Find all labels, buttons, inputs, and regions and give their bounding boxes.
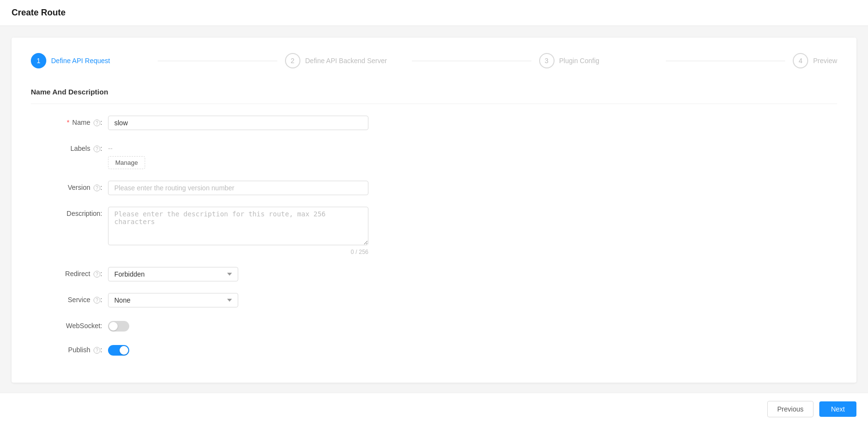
publish-toggle[interactable]: [108, 345, 129, 356]
step-line-1: [158, 61, 277, 61]
name-label: * Name ?:: [31, 116, 108, 126]
page-title: Create Route: [12, 8, 66, 17]
websocket-thumb: [109, 322, 118, 331]
version-field: [108, 181, 368, 195]
service-label: Service ?:: [31, 293, 108, 304]
step-1: 1 Define API Request: [31, 53, 150, 68]
redirect-row: Redirect ?: Forbidden 301 302: [31, 267, 837, 281]
publish-field: [108, 343, 368, 356]
labels-field: -- Manage: [108, 142, 368, 169]
step-3-circle: 3: [539, 53, 555, 68]
step-line-3: [666, 61, 785, 61]
description-label: Description:: [31, 207, 108, 217]
publish-help-icon[interactable]: ?: [94, 347, 100, 354]
step-4: 4 Preview: [793, 53, 837, 68]
required-star: *: [67, 119, 69, 126]
description-field: 0 / 256: [108, 207, 368, 255]
step-3-label: Plugin Config: [559, 57, 599, 65]
redirect-field: Forbidden 301 302: [108, 267, 368, 281]
version-help-icon[interactable]: ?: [94, 185, 100, 191]
websocket-label: WebSocket:: [31, 319, 108, 330]
redirect-help-icon[interactable]: ?: [94, 271, 100, 278]
step-2: 2 Define API Backend Server: [285, 53, 404, 68]
form-card: 1 Define API Request 2 Define API Backen…: [12, 38, 856, 383]
labels-placeholder: --: [108, 142, 368, 152]
section-title: Name And Description: [31, 88, 837, 104]
name-field: [108, 116, 368, 130]
step-4-circle: 4: [793, 53, 808, 68]
redirect-select[interactable]: Forbidden 301 302: [108, 267, 238, 281]
footer: Previous Next: [0, 393, 868, 394]
step-line-2: [412, 61, 531, 61]
service-select[interactable]: None: [108, 293, 238, 307]
main-content: 1 Define API Request 2 Define API Backen…: [0, 26, 868, 394]
step-4-label: Preview: [813, 57, 837, 65]
page-header: Create Route: [0, 0, 868, 26]
name-row: * Name ?:: [31, 116, 837, 130]
service-field: None: [108, 293, 368, 307]
version-row: Version ?:: [31, 181, 837, 195]
stepper: 1 Define API Request 2 Define API Backen…: [31, 53, 837, 68]
service-row: Service ?: None: [31, 293, 837, 307]
name-input[interactable]: [108, 116, 368, 130]
labels-row: Labels ?: -- Manage: [31, 142, 837, 169]
publish-label: Publish ?:: [31, 343, 108, 354]
websocket-toggle[interactable]: [108, 321, 129, 332]
service-help-icon[interactable]: ?: [94, 297, 100, 304]
publish-toggle-wrapper: [108, 343, 368, 356]
step-2-circle: 2: [285, 53, 300, 68]
version-input[interactable]: [108, 181, 368, 195]
step-1-label: Define API Request: [51, 57, 110, 65]
redirect-label: Redirect ?:: [31, 267, 108, 278]
step-3: 3 Plugin Config: [539, 53, 658, 68]
version-label: Version ?:: [31, 181, 108, 191]
labels-label: Labels ?:: [31, 142, 108, 152]
labels-help-icon[interactable]: ?: [94, 146, 100, 152]
char-count: 0 / 256: [108, 249, 368, 255]
description-input[interactable]: [108, 207, 368, 245]
publish-row: Publish ?:: [31, 343, 837, 356]
websocket-row: WebSocket:: [31, 319, 837, 332]
websocket-field: [108, 319, 368, 332]
step-2-label: Define API Backend Server: [305, 57, 387, 65]
description-row: Description: 0 / 256: [31, 207, 837, 255]
websocket-toggle-wrapper: [108, 319, 368, 332]
manage-button[interactable]: Manage: [108, 156, 145, 169]
publish-thumb: [120, 346, 128, 355]
name-help-icon[interactable]: ?: [94, 120, 100, 126]
step-1-circle: 1: [31, 53, 46, 68]
